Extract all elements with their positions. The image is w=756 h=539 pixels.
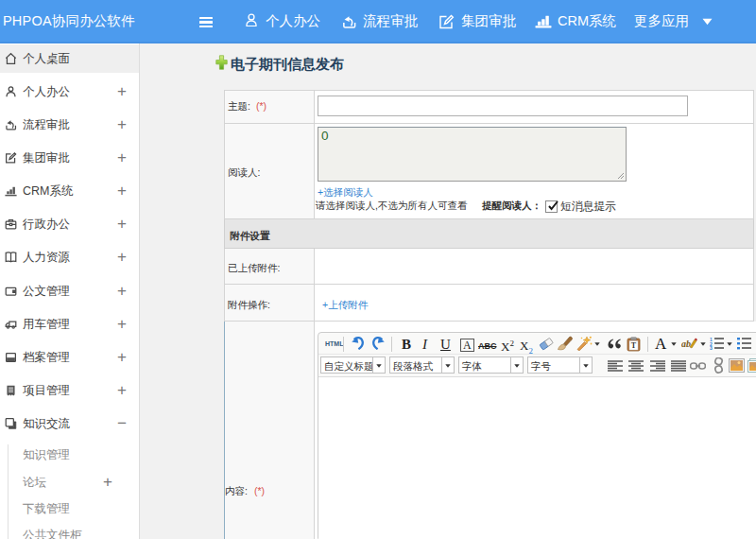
- svg-text:T: T: [631, 341, 637, 350]
- svg-text:3: 3: [710, 345, 713, 350]
- svg-text:ab: ab: [681, 339, 691, 349]
